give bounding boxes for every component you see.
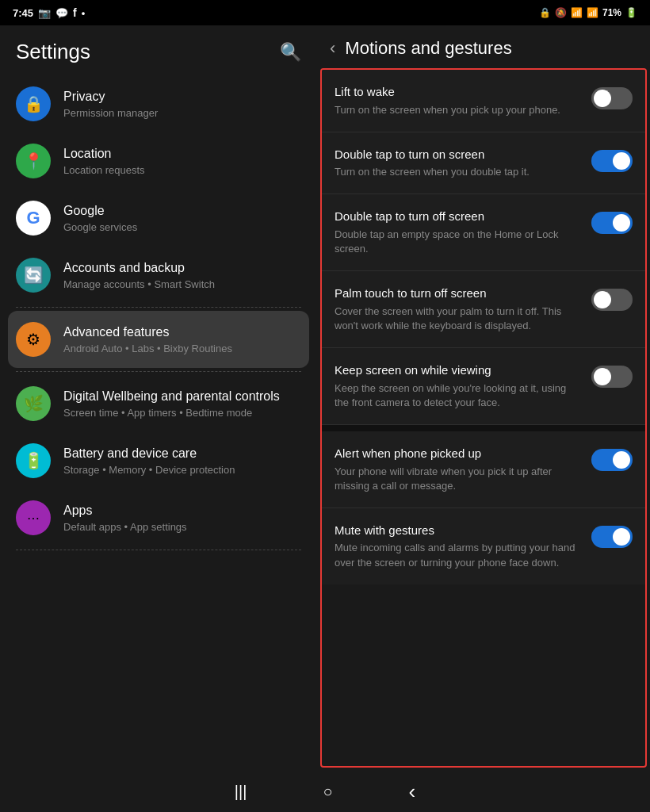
accounts-icon: 🔄 <box>16 258 51 293</box>
settings-title: Settings <box>16 40 90 64</box>
toggle-knob <box>613 528 630 546</box>
right-header: ‹ Motions and gestures <box>317 25 650 68</box>
gesture-palm-touch[interactable]: Palm touch to turn off screen Cover the … <box>322 271 645 348</box>
settings-list: 🔒 Privacy Permission manager 📍 Location … <box>0 75 317 771</box>
status-bar: 7:45 📷 💬 f • 🔒 🔕 📶 📶 71% 🔋 <box>0 0 650 25</box>
accounts-title: Accounts and backup <box>63 260 301 277</box>
keep-screen-title: Keep screen on while viewing <box>335 362 582 378</box>
gesture-palm-text: Palm touch to turn off screen Cover the … <box>335 285 582 333</box>
search-button[interactable]: 🔍 <box>280 42 301 63</box>
gesture-double-tap-on[interactable]: Double tap to turn on screen Turn on the… <box>322 132 645 195</box>
recent-apps-button[interactable]: ||| <box>228 776 254 807</box>
double-tap-off-toggle[interactable] <box>591 212 633 234</box>
wifi-icon: 📶 <box>571 7 583 18</box>
advanced-text: Advanced features Android Auto • Labs • … <box>63 324 301 354</box>
wellbeing-text: Digital Wellbeing and parental controls … <box>63 389 301 419</box>
gesture-mute[interactable]: Mute with gestures Mute incoming calls a… <box>322 508 645 584</box>
settings-item-accounts[interactable]: 🔄 Accounts and backup Manage accounts • … <box>8 247 309 304</box>
google-title: Google <box>63 203 301 220</box>
mute-title: Mute with gestures <box>335 523 582 538</box>
location-title: Location <box>63 146 301 163</box>
gesture-lift-to-wake[interactable]: Lift to wake Turn on the screen when you… <box>322 70 645 132</box>
gesture-alert-text: Alert when phone picked up Your phone wi… <box>335 446 582 493</box>
alert-pickup-title: Alert when phone picked up <box>335 446 582 462</box>
settings-header: Settings 🔍 <box>0 25 317 75</box>
lock-icon: 🔒 <box>539 7 551 18</box>
apps-text: Apps Default apps • App settings <box>63 503 301 533</box>
advanced-title: Advanced features <box>63 324 301 341</box>
palm-touch-desc: Cover the screen with your palm to turn … <box>335 304 582 333</box>
privacy-icon: 🔒 <box>16 86 51 121</box>
privacy-title: Privacy <box>63 89 301 105</box>
back-nav-button[interactable]: ‹ <box>403 773 422 810</box>
settings-item-advanced[interactable]: ⚙ Advanced features Android Auto • Labs … <box>8 311 309 368</box>
right-panel-title: Motions and gestures <box>345 38 511 59</box>
home-button[interactable]: ○ <box>316 776 338 807</box>
keep-screen-desc: Keep the screen on while you're looking … <box>335 381 582 410</box>
battery-display: 71% <box>602 7 621 18</box>
location-text: Location Location requests <box>63 146 301 176</box>
palm-touch-title: Palm touch to turn off screen <box>335 285 582 301</box>
double-tap-on-toggle[interactable] <box>591 150 633 172</box>
settings-item-google[interactable]: G Google Google services <box>8 190 309 247</box>
wellbeing-subtitle: Screen time • App timers • Bedtime mode <box>63 407 301 419</box>
divider-1 <box>16 307 301 308</box>
camera-icon: 📷 <box>38 7 51 19</box>
lift-to-wake-toggle[interactable] <box>591 87 633 109</box>
battery-care-icon: 🔋 <box>16 443 51 478</box>
gesture-dbl-tap-on-text: Double tap to turn on screen Turn on the… <box>335 147 582 180</box>
gesture-alert-pickup[interactable]: Alert when phone picked up Your phone wi… <box>322 425 645 508</box>
toggle-knob <box>613 152 630 170</box>
palm-touch-toggle[interactable] <box>591 289 633 311</box>
accounts-subtitle: Manage accounts • Smart Switch <box>63 278 301 290</box>
wellbeing-title: Digital Wellbeing and parental controls <box>63 389 301 405</box>
lift-to-wake-title: Lift to wake <box>335 84 582 100</box>
settings-panel: Settings 🔍 🔒 Privacy Permission manager … <box>0 25 317 771</box>
gesture-dbl-tap-off-text: Double tap to turn off screen Double tap… <box>335 209 582 256</box>
apps-title: Apps <box>63 503 301 519</box>
dot-indicator: • <box>82 7 86 19</box>
dbl-tap-off-title: Double tap to turn off screen <box>335 209 582 224</box>
toggle-knob <box>594 291 611 308</box>
lift-to-wake-desc: Turn on the screen when you pick up your… <box>335 103 582 117</box>
gesture-keep-text: Keep screen on while viewing Keep the sc… <box>335 362 582 410</box>
gesture-keep-screen[interactable]: Keep screen on while viewing Keep the sc… <box>322 348 645 425</box>
settings-item-location[interactable]: 📍 Location Location requests <box>8 132 309 190</box>
dbl-tap-on-desc: Turn on the screen when you double tap i… <box>335 165 582 179</box>
divider-3 <box>16 550 301 550</box>
main-area: Settings 🔍 🔒 Privacy Permission manager … <box>0 25 650 771</box>
battery-icon: 🔋 <box>625 7 637 18</box>
advanced-subtitle: Android Auto • Labs • Bixby Routines <box>63 343 301 354</box>
mute-toggle[interactable] <box>591 526 633 548</box>
alert-pickup-desc: Your phone will vibrate when you pick it… <box>335 465 582 493</box>
settings-item-wellbeing[interactable]: 🌿 Digital Wellbeing and parental control… <box>8 375 309 432</box>
alert-pickup-toggle[interactable] <box>591 449 633 471</box>
privacy-subtitle: Permission manager <box>63 107 301 119</box>
settings-item-battery[interactable]: 🔋 Battery and device care Storage • Memo… <box>8 432 309 489</box>
bottom-navigation: ||| ○ ‹ <box>0 771 650 812</box>
back-button[interactable]: ‹ <box>330 38 335 59</box>
gesture-mute-text: Mute with gestures Mute incoming calls a… <box>335 523 582 570</box>
location-subtitle: Location requests <box>63 164 301 176</box>
time-display: 7:45 <box>13 7 33 19</box>
keep-screen-toggle[interactable] <box>591 366 633 388</box>
wellbeing-icon: 🌿 <box>16 386 51 421</box>
settings-item-privacy[interactable]: 🔒 Privacy Permission manager <box>8 75 309 132</box>
signal-icon: 📶 <box>587 7 598 18</box>
status-left: 7:45 📷 💬 f • <box>13 6 85 19</box>
messenger-icon: 💬 <box>55 7 68 19</box>
privacy-text: Privacy Permission manager <box>63 89 301 119</box>
motions-gestures-panel: ‹ Motions and gestures Lift to wake Turn… <box>317 25 650 771</box>
location-icon: 📍 <box>16 144 51 178</box>
gesture-double-tap-off[interactable]: Double tap to turn off screen Double tap… <box>322 194 645 271</box>
google-icon: G <box>16 201 51 236</box>
battery-text: Battery and device care Storage • Memory… <box>63 446 301 476</box>
settings-item-apps[interactable]: ⋯ Apps Default apps • App settings <box>8 489 309 546</box>
battery-title: Battery and device care <box>63 446 301 462</box>
gesture-lift-text: Lift to wake Turn on the screen when you… <box>335 84 582 117</box>
toggle-knob <box>613 451 630 469</box>
toggle-knob <box>613 214 630 232</box>
battery-subtitle: Storage • Memory • Device protection <box>63 464 301 476</box>
google-text: Google Google services <box>63 203 301 233</box>
toggle-knob <box>594 90 611 107</box>
